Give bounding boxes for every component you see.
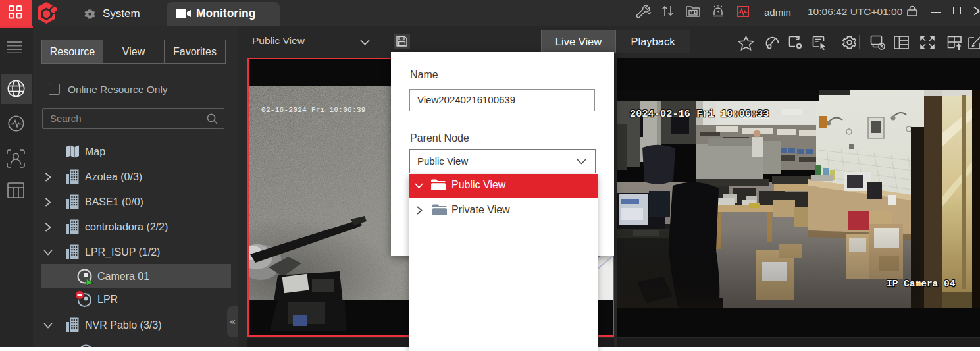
svg-text:02-16-2024 Fri 10:06:39: 02-16-2024 Fri 10:06:39 (261, 106, 366, 114)
svg-text:1: 1 (690, 11, 693, 15)
svg-text:IP Camera 04: IP Camera 04 (887, 279, 956, 289)
svg-text:2024-02-16 Fri 10:06:33: 2024-02-16 Fri 10:06:33 (630, 109, 769, 120)
